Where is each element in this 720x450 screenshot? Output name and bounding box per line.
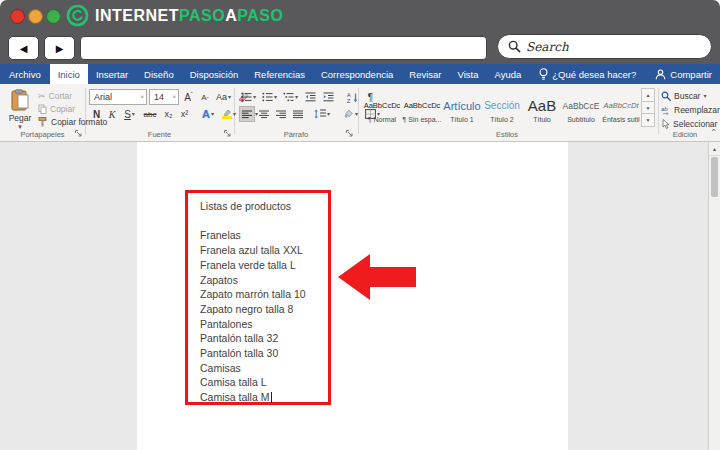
- line-spacing-button[interactable]: ▾: [312, 106, 332, 122]
- doc-line[interactable]: Pantalones: [200, 317, 328, 332]
- tab-revisar[interactable]: Revisar: [401, 64, 449, 84]
- tab-ayuda[interactable]: Ayuda: [486, 64, 529, 84]
- replace-button[interactable]: ab Reemplazar: [661, 103, 720, 116]
- style-name: ¶ Sin espa...: [403, 116, 442, 123]
- shading-button[interactable]: ▾: [340, 106, 361, 122]
- doc-line[interactable]: Pantalón talla 30: [200, 346, 328, 361]
- zoom-window-button[interactable]: [46, 9, 61, 24]
- doc-line[interactable]: Zapato marrón talla 10: [200, 287, 328, 302]
- style-sample: AaBbCcDc: [364, 96, 401, 116]
- clipboard-dialog-launcher[interactable]: [74, 129, 83, 138]
- copy-button[interactable]: Copiar: [38, 103, 75, 115]
- align-right-icon: [276, 110, 286, 119]
- justify-button[interactable]: [290, 106, 306, 122]
- text-effects-button[interactable]: A▾: [199, 106, 217, 122]
- sort-az-icon: AZ: [347, 92, 359, 103]
- doc-line-with-cursor[interactable]: Camisa talla M: [200, 390, 328, 405]
- align-center-button[interactable]: [256, 106, 272, 122]
- clipboard-group-label: Portapapeles: [0, 130, 85, 139]
- grow-font-button[interactable]: Aˆ: [181, 89, 196, 105]
- italic-button[interactable]: K: [105, 106, 119, 122]
- doc-line[interactable]: Zapatos: [200, 273, 328, 288]
- tab-diseno[interactable]: Diseño: [136, 64, 182, 84]
- cut-button[interactable]: ✂ Cortar: [38, 90, 72, 102]
- clipboard-icon: [10, 89, 30, 112]
- paste-label: Pegar: [9, 113, 32, 123]
- doc-line-empty[interactable]: [200, 214, 328, 229]
- tab-inicio[interactable]: Inicio: [50, 64, 88, 84]
- find-button[interactable]: Buscar ▾: [661, 89, 706, 102]
- bullets-button[interactable]: ▾: [239, 89, 258, 105]
- increase-indent-button[interactable]: [320, 89, 336, 105]
- tab-correspondencia[interactable]: Correspondencia: [313, 64, 401, 84]
- forward-button[interactable]: ▶: [44, 36, 75, 60]
- style-titulo-1[interactable]: Artículo Título 1: [442, 89, 482, 129]
- align-right-button[interactable]: [273, 106, 289, 122]
- share-button[interactable]: Compartir: [655, 64, 712, 84]
- doc-line[interactable]: Camisa talla L: [200, 375, 328, 390]
- back-button[interactable]: ◀: [8, 36, 39, 60]
- change-case-button[interactable]: Aa▾: [214, 89, 233, 105]
- font-dialog-launcher[interactable]: [223, 129, 232, 138]
- search-box[interactable]: Search: [497, 34, 712, 59]
- doc-line[interactable]: Listas de productos: [200, 199, 328, 214]
- search-placeholder-text: Search: [526, 40, 569, 54]
- tab-referencias[interactable]: Referencias: [246, 64, 313, 84]
- shrink-font-button[interactable]: Aˇ: [198, 89, 212, 105]
- select-cursor-icon: [661, 119, 670, 129]
- sort-button[interactable]: AZ: [344, 89, 361, 105]
- style-titulo[interactable]: AaB Título: [522, 89, 562, 129]
- vertical-scrollbar[interactable]: ▲: [708, 142, 720, 450]
- doc-line[interactable]: Franela azul talla XXL: [200, 243, 328, 258]
- subscript-button[interactable]: x₂: [161, 106, 176, 122]
- decrease-indent-button[interactable]: [302, 89, 318, 105]
- styles-scroll-down-button[interactable]: ▼: [641, 101, 655, 115]
- doc-line[interactable]: Franela verde talla L: [200, 258, 328, 273]
- doc-line[interactable]: Zapato negro talla 8: [200, 302, 328, 317]
- underline-icon: S: [124, 109, 131, 120]
- tell-me-box[interactable]: ¿Qué desea hacer?: [539, 64, 636, 84]
- style-sin-espaciado[interactable]: AaBbCcDc ¶ Sin espa...: [402, 89, 442, 129]
- tab-archivo[interactable]: Archivo: [0, 64, 50, 84]
- lightbulb-icon: [539, 68, 548, 81]
- line-spacing-icon: [314, 109, 326, 119]
- bold-icon: N: [93, 109, 100, 120]
- underline-button[interactable]: S▾: [120, 106, 139, 122]
- styles-gallery-more-button[interactable]: ▼: [641, 113, 655, 127]
- close-window-button[interactable]: [10, 9, 25, 24]
- ribbon: Pegar ▼ ✂ Cortar Copiar Copiar formato P…: [0, 84, 720, 142]
- style-name: Título 1: [450, 116, 473, 123]
- style-normal[interactable]: AaBbCcDc ¶ Normal: [362, 89, 402, 129]
- style-subtitulo[interactable]: AaBbCcE Subtítulo: [561, 89, 601, 129]
- doc-line[interactable]: Camisas: [200, 361, 328, 376]
- font-family-select[interactable]: Arial˅: [89, 89, 147, 105]
- chevron-down-icon: ˅: [172, 94, 176, 100]
- collapse-ribbon-button[interactable]: ⌃: [710, 128, 717, 137]
- scrollbar-thumb[interactable]: [711, 157, 718, 197]
- style-enfasis-sutil[interactable]: AaBbCcDt Énfasis sutil: [600, 89, 642, 129]
- paste-button[interactable]: Pegar ▼: [3, 88, 37, 132]
- address-bar[interactable]: [80, 36, 487, 60]
- style-sample: Artículo: [443, 96, 480, 116]
- search-icon: [508, 40, 521, 53]
- superscript-button[interactable]: x²: [177, 106, 192, 122]
- multilevel-list-button[interactable]: ▾: [281, 89, 300, 105]
- font-size-select[interactable]: 14˅: [149, 89, 179, 105]
- doc-line[interactable]: Pantalón talla 32: [200, 331, 328, 346]
- tab-disposicion[interactable]: Disposición: [182, 64, 247, 84]
- doc-line[interactable]: Franelas: [200, 228, 328, 243]
- scroll-up-button[interactable]: ▲: [709, 142, 720, 156]
- chevron-down-icon: ▾: [132, 111, 135, 117]
- document-canvas: Listas de productos Franelas Franela azu…: [0, 142, 708, 450]
- numbering-button[interactable]: ▾: [260, 89, 279, 105]
- bold-button[interactable]: N: [89, 106, 104, 122]
- styles-scroll-up-button[interactable]: ▲: [641, 88, 655, 102]
- style-titulo-2[interactable]: Sección Título 2: [482, 89, 522, 129]
- minimize-window-button[interactable]: [28, 9, 43, 24]
- strikethrough-button[interactable]: abc: [140, 106, 160, 122]
- tab-insertar[interactable]: Insertar: [88, 64, 136, 84]
- align-left-button[interactable]: [239, 106, 255, 122]
- paragraph-dialog-launcher[interactable]: [345, 129, 354, 138]
- tab-vista[interactable]: Vista: [450, 64, 487, 84]
- highlight-color-button[interactable]: ▾: [218, 106, 240, 122]
